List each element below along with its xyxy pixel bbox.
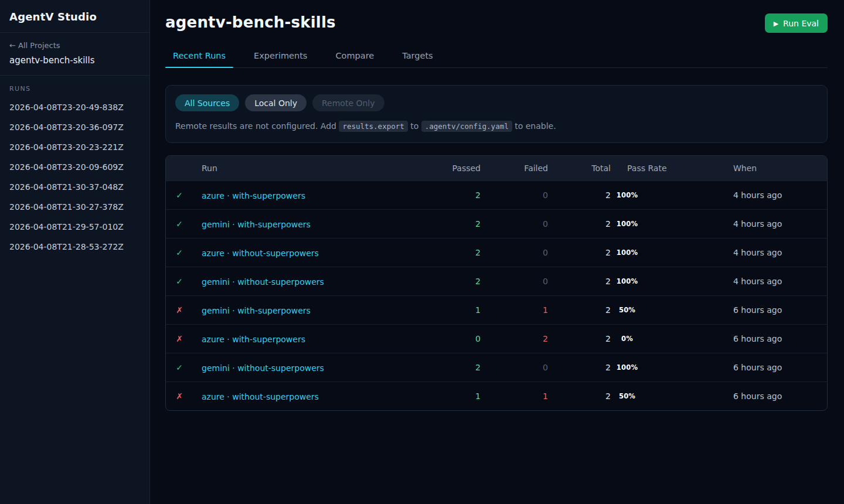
sidebar-run-item[interactable]: 2026-04-08T21-30-37-048Z — [9, 177, 140, 197]
run-row[interactable]: ✗ azure · with-superpowers 0 2 2 0% 6 ho… — [166, 324, 827, 353]
run-link[interactable]: azure · without-superpowers — [202, 392, 319, 401]
sidebar-run-item[interactable]: 2026-04-08T23-20-23-221Z — [9, 137, 140, 157]
sidebar-runs-section: RUNS 2026-04-08T23-20-49-838Z 2026-04-08… — [0, 76, 149, 264]
run-link[interactable]: azure · with-superpowers — [202, 191, 305, 200]
tab-bar: Recent Runs Experiments Compare Targets — [165, 45, 828, 68]
filter-chip[interactable]: Remote Only — [312, 94, 384, 111]
message-prefix: Remote results are not configured. Add — [175, 121, 339, 131]
run-name-cell: azure · without-superpowers — [193, 391, 422, 402]
tab[interactable]: Compare — [328, 45, 382, 67]
run-timestamp: 4 hours ago — [731, 277, 827, 286]
source-filter-chips: All Sources Local Only Remote Only — [175, 94, 818, 111]
total-count: 2 — [548, 334, 611, 343]
code-results-export: results.export — [339, 121, 407, 132]
passed-count: 1 — [422, 305, 481, 315]
run-row[interactable]: ✓ gemini · without-superpowers 2 0 2 100… — [166, 267, 827, 295]
total-column-header: Total — [548, 164, 611, 173]
run-link[interactable]: azure · without-superpowers — [202, 248, 319, 258]
total-count: 2 — [548, 363, 611, 372]
filter-chip[interactable]: Local Only — [245, 94, 307, 111]
runs-heading: RUNS — [9, 85, 140, 93]
total-count: 2 — [548, 248, 611, 257]
run-name-cell: gemini · without-superpowers — [193, 362, 422, 373]
total-count: 2 — [548, 277, 611, 286]
sidebar-project-section: ← All Projects agentv-bench-skills — [0, 33, 149, 76]
failed-count: 1 — [481, 391, 548, 401]
failed-count: 0 — [481, 277, 548, 286]
sidebar-run-item[interactable]: 2026-04-08T23-20-09-609Z — [9, 157, 140, 177]
run-status-icon: ✗ — [166, 305, 193, 315]
failed-count: 0 — [481, 219, 548, 229]
run-eval-button[interactable]: ▶ Run Eval — [765, 13, 828, 33]
run-link[interactable]: gemini · with-superpowers — [202, 220, 311, 229]
sidebar-run-item[interactable]: 2026-04-08T21-30-27-378Z — [9, 197, 140, 217]
passed-count: 2 — [422, 277, 481, 286]
run-name-cell: gemini · with-superpowers — [193, 219, 422, 230]
tab[interactable]: Experiments — [246, 45, 315, 67]
run-eval-label: Run Eval — [783, 19, 819, 28]
passed-column-header: Passed — [422, 164, 481, 173]
failed-count: 1 — [481, 305, 548, 315]
run-status-icon: ✗ — [166, 391, 193, 401]
passed-count: 1 — [422, 391, 481, 401]
run-status-icon: ✓ — [166, 219, 193, 229]
tab[interactable]: Targets — [394, 45, 440, 67]
run-timestamp: 6 hours ago — [731, 363, 827, 372]
run-link[interactable]: gemini · with-superpowers — [202, 306, 311, 315]
total-count: 2 — [548, 305, 611, 315]
run-name-cell: gemini · without-superpowers — [193, 276, 422, 287]
run-link[interactable]: gemini · without-superpowers — [202, 363, 324, 373]
passed-count: 0 — [422, 334, 481, 343]
pass-rate-column-header: Pass Rate — [611, 164, 731, 173]
passed-count: 2 — [422, 248, 481, 257]
run-timestamp: 6 hours ago — [731, 391, 827, 401]
run-row[interactable]: ✓ azure · with-superpowers 2 0 2 100% 4 … — [166, 181, 827, 209]
run-row[interactable]: ✗ azure · without-superpowers 1 1 2 50% … — [166, 382, 827, 410]
page-title: agentv-bench-skills — [165, 13, 336, 31]
sidebar-run-item[interactable]: 2026-04-08T21-28-53-272Z — [9, 237, 140, 257]
run-timestamp: 4 hours ago — [731, 248, 827, 257]
sidebar-run-item[interactable]: 2026-04-08T23-20-49-838Z — [9, 97, 140, 117]
table-header-row: Run Passed Failed Total Pass Rate When — [166, 156, 827, 181]
main-content: agentv-bench-skills ▶ Run Eval Recent Ru… — [150, 0, 844, 504]
app-title: AgentV Studio — [0, 0, 149, 33]
run-timestamp: 4 hours ago — [731, 219, 827, 229]
passed-count: 2 — [422, 363, 481, 372]
run-status-icon: ✓ — [166, 248, 193, 257]
run-status-icon: ✗ — [166, 334, 193, 343]
play-icon: ▶ — [774, 20, 778, 28]
failed-count: 0 — [481, 190, 548, 200]
sidebar-run-item[interactable]: 2026-04-08T23-20-36-097Z — [9, 117, 140, 137]
run-name-cell: azure · without-superpowers — [193, 247, 422, 258]
run-link[interactable]: azure · with-superpowers — [202, 335, 305, 344]
when-column-header: When — [731, 164, 827, 173]
total-count: 2 — [548, 219, 611, 229]
run-link[interactable]: gemini · without-superpowers — [202, 277, 324, 287]
total-count: 2 — [548, 391, 611, 401]
run-row[interactable]: ✓ gemini · with-superpowers 2 0 2 100% 4… — [166, 209, 827, 238]
runs-list: 2026-04-08T23-20-49-838Z 2026-04-08T23-2… — [9, 97, 140, 257]
run-status-icon: ✓ — [166, 363, 193, 372]
remote-config-message: Remote results are not configured. Add r… — [175, 120, 818, 132]
page-header: agentv-bench-skills ▶ Run Eval — [165, 0, 828, 33]
sidebar: AgentV Studio ← All Projects agentv-benc… — [0, 0, 150, 504]
filter-chip[interactable]: All Sources — [175, 94, 239, 111]
sidebar-run-item[interactable]: 2026-04-08T21-29-57-010Z — [9, 217, 140, 237]
run-timestamp: 6 hours ago — [731, 334, 827, 343]
runs-table: Run Passed Failed Total Pass Rate When ✓… — [165, 155, 828, 411]
sidebar-project-name: agentv-bench-skills — [9, 55, 140, 66]
run-timestamp: 6 hours ago — [731, 305, 827, 315]
run-row[interactable]: ✓ gemini · without-superpowers 2 0 2 100… — [166, 353, 827, 382]
all-projects-link[interactable]: ← All Projects — [9, 41, 140, 50]
run-row[interactable]: ✗ gemini · with-superpowers 1 1 2 50% 6 … — [166, 295, 827, 324]
message-middle: to — [410, 121, 421, 131]
message-suffix: to enable. — [515, 121, 556, 131]
table-body: ✓ azure · with-superpowers 2 0 2 100% 4 … — [166, 181, 827, 410]
run-row[interactable]: ✓ azure · without-superpowers 2 0 2 100%… — [166, 238, 827, 267]
failed-column-header: Failed — [481, 164, 548, 173]
source-filter-panel: All Sources Local Only Remote Only Remot… — [165, 85, 828, 143]
passed-count: 2 — [422, 219, 481, 229]
tab[interactable]: Recent Runs — [165, 45, 233, 67]
run-status-icon: ✓ — [166, 277, 193, 286]
failed-count: 0 — [481, 248, 548, 257]
